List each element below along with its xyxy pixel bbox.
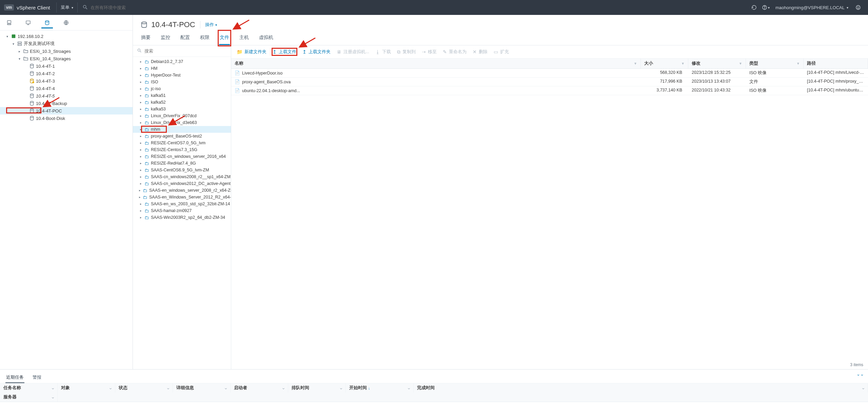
- tasks-col[interactable]: 服务器⌵: [0, 393, 58, 402]
- collapse-icon[interactable]: ⌄⌄: [856, 372, 864, 377]
- filter-icon[interactable]: ▼: [681, 62, 685, 65]
- folder-item[interactable]: ▸🗀HyperDoor-Test: [133, 72, 231, 79]
- chevron-down-icon[interactable]: ⌵: [167, 386, 169, 390]
- folder-item[interactable]: ▸🗀SAAS-CentOS6.9_5G_lvm-ZM: [133, 167, 231, 173]
- chevron-down-icon[interactable]: ⌵: [862, 386, 864, 390]
- expand-icon[interactable]: ▸: [139, 80, 142, 84]
- expand-button[interactable]: ▭扩充: [494, 49, 509, 55]
- folder-item[interactable]: ▸🗀SAAS-Win2003R2_sp2_64_db2-ZM-34: [133, 214, 231, 221]
- folder-item[interactable]: ▸🗀RESIZE-RedHat7.4_8G: [133, 160, 231, 167]
- expand-icon[interactable]: ▸: [139, 168, 142, 172]
- tasks-col[interactable]: 启动者⌵: [231, 383, 288, 393]
- inventory-node[interactable]: ▾192.168.10.2: [0, 33, 133, 40]
- expand-icon[interactable]: ▸: [139, 209, 142, 212]
- chevron-down-icon[interactable]: ⌵: [340, 386, 342, 390]
- folder-item[interactable]: ▸🗀jc-iso: [133, 85, 231, 92]
- smiley-feedback-button[interactable]: [852, 2, 864, 13]
- inventory-node[interactable]: 10.4-4T-2: [0, 70, 133, 77]
- tab-配置[interactable]: 配置: [180, 31, 191, 45]
- expand-icon[interactable]: ▸: [139, 67, 142, 70]
- expand-icon[interactable]: ▸: [139, 134, 142, 138]
- inventory-node[interactable]: 10.4-4T-5: [0, 92, 133, 100]
- inventory-node[interactable]: 10.4-4T-3: [0, 77, 133, 85]
- inventory-node[interactable]: 10.4-4T-4: [0, 85, 133, 92]
- inventory-node[interactable]: 10.4-Boot-Disk: [0, 114, 133, 122]
- file-row[interactable]: 📄ubuntu-22.04.1-desktop-amd...3,737,140 …: [231, 86, 868, 95]
- tasks-col[interactable]: 完成时间⌵: [414, 383, 868, 393]
- chevron-down-icon[interactable]: ⌵: [225, 386, 227, 390]
- folder-item[interactable]: ▸🗀SAAS-cn_windows2012_DC_active-Agent: [133, 180, 231, 187]
- inventory-tab-network[interactable]: [60, 17, 72, 28]
- col-size[interactable]: 大小▼: [641, 59, 688, 68]
- folder-item[interactable]: ▸🗀RESIZE-cn_windows_server_2016_x64: [133, 153, 231, 160]
- folder-item[interactable]: ▸🗀kafka53: [133, 106, 231, 112]
- folder-item[interactable]: ▸🗀SAAS-en_ws_2003_std_sp2_32bit-ZM-14: [133, 201, 231, 207]
- chevron-down-icon[interactable]: ⌵: [52, 386, 54, 390]
- expand-icon[interactable]: ▾: [11, 42, 16, 46]
- col-path[interactable]: 路径: [804, 59, 868, 68]
- expand-icon[interactable]: ▸: [139, 189, 141, 192]
- tab-recent-tasks[interactable]: 近期任务: [5, 372, 24, 383]
- expand-icon[interactable]: ▸: [139, 74, 142, 77]
- rename-button[interactable]: ✎重命名为: [443, 49, 467, 55]
- chevron-down-icon[interactable]: ⌵: [408, 386, 410, 390]
- col-name[interactable]: 名称▼: [231, 59, 641, 68]
- tab-主机[interactable]: 主机: [239, 31, 250, 45]
- folder-item[interactable]: ▸🗀ISO: [133, 79, 231, 85]
- tasks-col[interactable]: 状态⌵: [115, 383, 173, 393]
- new-folder-button[interactable]: 📁新建文件夹: [237, 49, 267, 55]
- expand-icon[interactable]: ▸: [17, 49, 22, 53]
- expand-icon[interactable]: ▸: [139, 155, 142, 158]
- inventory-node[interactable]: 10.4-4T-Backup: [0, 100, 133, 107]
- filter-icon[interactable]: ▼: [796, 62, 800, 65]
- move-to-button[interactable]: ➝移至: [422, 49, 437, 55]
- file-row[interactable]: 📄proxy-agent_BaseOS.ova717,996 KB2023/10…: [231, 78, 868, 86]
- tasks-col[interactable]: 详细信息⌵: [173, 383, 231, 393]
- tab-权限[interactable]: 权限: [199, 31, 210, 45]
- col-modified[interactable]: 修改▼: [688, 59, 746, 68]
- file-row[interactable]: 📄Livecd-HyperDoor.iso568,320 KB2023/12/2…: [231, 69, 868, 78]
- copy-to-button[interactable]: ⧉复制到: [397, 49, 416, 55]
- refresh-button[interactable]: [748, 2, 760, 13]
- expand-icon[interactable]: ▸: [139, 87, 142, 90]
- tasks-col[interactable]: 开始时间↓⌵: [346, 383, 414, 393]
- help-button[interactable]: ▾: [760, 2, 771, 13]
- download-button[interactable]: ⭳下载: [375, 49, 391, 55]
- expand-icon[interactable]: ▸: [139, 202, 142, 206]
- expand-icon[interactable]: ▸: [139, 121, 142, 124]
- expand-icon[interactable]: ▾: [17, 57, 22, 61]
- chevron-down-icon[interactable]: ⌵: [110, 386, 112, 390]
- folder-item[interactable]: ▸🗀SAAS-hamal-zm0927: [133, 207, 231, 214]
- tab-摘要[interactable]: 摘要: [140, 31, 151, 45]
- expand-icon[interactable]: ▸: [139, 216, 142, 219]
- search-input[interactable]: [91, 5, 165, 10]
- upload-folder-button[interactable]: ↥上载文件夹: [302, 49, 331, 55]
- menu-dropdown[interactable]: 菜单▾: [56, 2, 78, 13]
- tab-alarms[interactable]: 警报: [32, 372, 42, 383]
- tab-文件[interactable]: 文件: [219, 31, 230, 45]
- inventory-node[interactable]: ▾开发及测试环境: [0, 40, 133, 47]
- inventory-tab-storage[interactable]: [41, 17, 53, 28]
- expand-icon[interactable]: ▸: [139, 114, 142, 118]
- expand-icon[interactable]: ▸: [139, 175, 142, 178]
- delete-button[interactable]: ✕删除: [473, 49, 488, 55]
- folder-item[interactable]: ▸🗀mhm: [133, 126, 231, 133]
- expand-icon[interactable]: ▸: [139, 162, 142, 165]
- inventory-tab-hosts[interactable]: [3, 17, 15, 28]
- expand-icon[interactable]: ▸: [139, 94, 142, 97]
- filter-icon[interactable]: ▼: [634, 62, 637, 65]
- folder-item[interactable]: ▸🗀kafka51: [133, 92, 231, 99]
- inventory-node[interactable]: ▾ESXi_10.4_Storages: [0, 55, 133, 62]
- actions-dropdown[interactable]: 操作▾: [205, 22, 217, 28]
- expand-icon[interactable]: ▸: [139, 60, 142, 63]
- folder-search-input[interactable]: [144, 48, 227, 54]
- expand-icon[interactable]: ▸: [139, 182, 142, 185]
- inventory-node[interactable]: 10.4-4T-1: [0, 62, 133, 70]
- tasks-col[interactable]: 任务名称⌵: [0, 383, 58, 393]
- tasks-col[interactable]: 排队时间⌵: [288, 383, 346, 393]
- expand-icon[interactable]: ▸: [139, 148, 142, 151]
- folder-item[interactable]: ▸🗀RESIZE-Centos7.3_15G: [133, 146, 231, 153]
- tab-监控[interactable]: 监控: [160, 31, 171, 45]
- tab-虚拟机[interactable]: 虚拟机: [258, 31, 274, 45]
- global-search[interactable]: [78, 4, 170, 11]
